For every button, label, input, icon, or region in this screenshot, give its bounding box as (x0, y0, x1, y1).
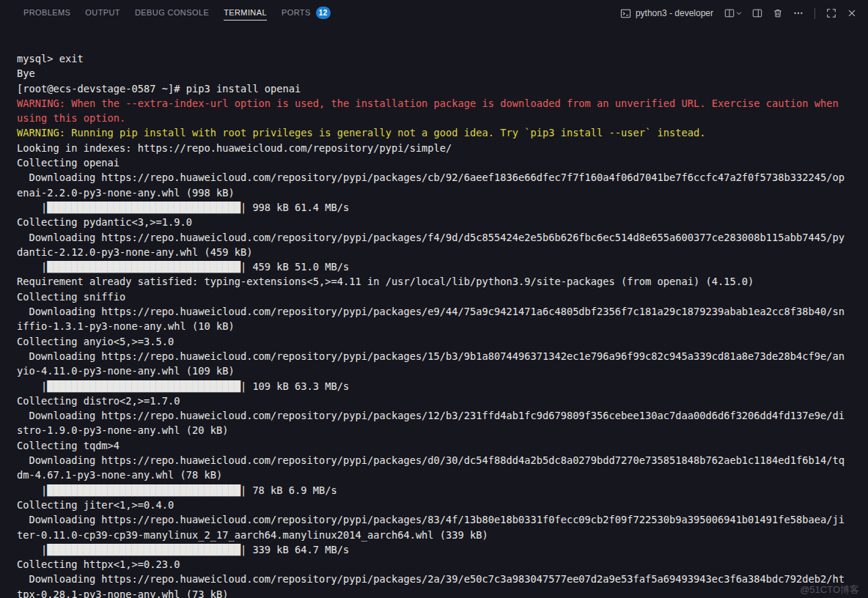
terminal-title: python3 - developer (636, 8, 713, 18)
tab-label: DEBUG CONSOLE (135, 8, 209, 17)
terminal-line: Collecting tqdm>4 (17, 438, 864, 453)
chevron-down-icon (735, 10, 743, 17)
terminal-line: Collecting openai (17, 155, 864, 170)
terminal-line: yio-4.11.0-py3-none-any.whl (109 kB) (17, 363, 864, 378)
terminal-icon (620, 8, 631, 19)
terminal-line: Collecting pydantic<3,>=1.9.0 (17, 215, 864, 229)
terminal-line: Downloading https://repo.huaweicloud.com… (17, 170, 864, 185)
ellipsis-icon (793, 8, 803, 18)
terminal-line: Collecting sniffio (17, 289, 864, 304)
tab-label: OUTPUT (85, 8, 120, 17)
vscode-terminal-panel: { "panel": { "tabs": [ { "label": "PROBL… (0, 0, 868, 598)
terminal-line: ter-0.11.0-cp39-cp39-manylinux_2_17_aarc… (17, 528, 864, 542)
tab-problems[interactable]: PROBLEMS (23, 6, 70, 21)
terminal-line: stro-1.9.0-py3-none-any.whl (20 kB) (17, 423, 864, 438)
panel-tabbar: PROBLEMSOUTPUTDEBUG CONSOLETERMINALPORTS… (0, 0, 868, 26)
terminal-line: Requirement already satisfied: typing-ex… (17, 274, 864, 289)
tab-label: PORTS (282, 8, 311, 17)
terminal-line: WARNING: When the --extra-index-url opti… (17, 96, 864, 111)
ports-count-badge: 12 (316, 7, 331, 19)
terminal-line: Downloading https://repo.huaweicloud.com… (17, 512, 864, 527)
terminal-line: tpx-0.28.1-py3-none-any.whl (73 kB) (17, 587, 864, 598)
launch-profile-button[interactable] (721, 4, 746, 22)
terminal-line: Collecting distro<2,>=1.7.0 (17, 394, 864, 408)
tab-debug-console[interactable]: DEBUG CONSOLE (135, 6, 209, 21)
terminal-line: Downloading https://repo.huaweicloud.com… (17, 304, 864, 319)
split-panel-icon (752, 8, 762, 18)
maximize-panel-button[interactable] (823, 4, 840, 22)
terminal-line: dm-4.67.1-py3-none-any.whl (78 kB) (17, 468, 864, 482)
terminal-tab-selector[interactable]: python3 - developer (616, 7, 718, 21)
terminal-actions: python3 - developer (616, 4, 861, 22)
panel-tabs: PROBLEMSOUTPUTDEBUG CONSOLETERMINALPORTS… (16, 0, 338, 26)
tab-ports[interactable]: PORTS12 (282, 4, 331, 23)
tab-output[interactable]: OUTPUT (85, 6, 120, 21)
terminal-line: Downloading https://repo.huaweicloud.com… (17, 572, 864, 586)
terminal-line: WARNING: Running pip install with root p… (17, 125, 864, 140)
terminal-line: dantic-2.12.0-py3-none-any.whl (459 kB) (17, 245, 864, 259)
more-actions-button[interactable] (790, 4, 807, 22)
terminal-line: |████████████████████████████████| 459 k… (17, 259, 864, 274)
tab-terminal[interactable]: TERMINAL (224, 6, 267, 21)
terminal-line: Looking in indexes: https://repo.huaweic… (17, 141, 864, 155)
terminal-line: Downloading https://repo.huaweicloud.com… (17, 230, 864, 245)
terminal-line: Collecting httpx<1,>=0.23.0 (17, 557, 864, 572)
kill-terminal-button[interactable] (769, 4, 787, 22)
terminal-line: Downloading https://repo.huaweicloud.com… (17, 408, 864, 423)
terminal-line: Downloading https://repo.huaweicloud.com… (17, 453, 864, 468)
terminal-output[interactable]: mysql> exitBye[root@ecs-devstage-0587 ~]… (0, 26, 868, 598)
terminal-line: Downloading https://repo.huaweicloud.com… (17, 349, 864, 363)
trash-icon (773, 8, 783, 18)
terminal-line: |████████████████████████████████| 109 k… (17, 379, 864, 394)
terminal-line: using this option. (17, 111, 864, 125)
terminal-line: Bye (17, 66, 864, 81)
terminal-line: [root@ecs-devstage-0587 ~]# pip3 install… (17, 81, 864, 96)
terminal-line: |████████████████████████████████| 998 k… (17, 200, 864, 215)
terminal-line: enai-2.2.0-py3-none-any.whl (998 kB) (17, 185, 864, 200)
tab-label: TERMINAL (224, 8, 267, 17)
maximize-panel-icon (826, 8, 836, 18)
terminal-line: Collecting anyio<5,>=3.5.0 (17, 334, 864, 349)
split-terminal-button[interactable] (749, 4, 766, 22)
terminal-line: |████████████████████████████████| 78 kB… (17, 483, 864, 498)
close-panel-button[interactable] (843, 4, 861, 22)
terminal-line: Collecting jiter<1,>=0.4.0 (17, 498, 864, 512)
terminal-line: |████████████████████████████████| 339 k… (17, 542, 864, 557)
terminal-line: mysql> exit (17, 51, 864, 66)
toolbar-divider (814, 8, 815, 19)
terminal-line: iffio-1.3.1-py3-none-any.whl (10 kB) (17, 319, 864, 333)
close-icon (847, 8, 857, 18)
tab-label: PROBLEMS (23, 8, 70, 17)
split-terminal-icon (724, 8, 735, 18)
